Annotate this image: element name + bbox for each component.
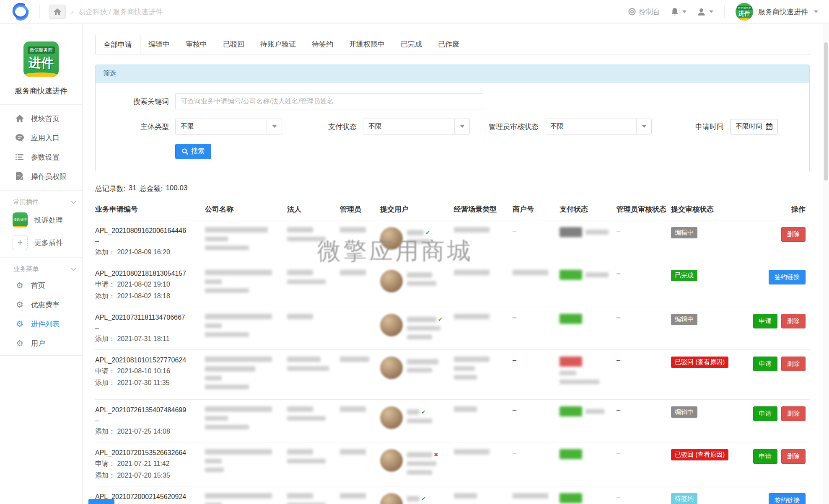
pay-status-pill (560, 314, 582, 324)
pay-status-pill (560, 493, 582, 503)
apply-button[interactable]: 申请 (753, 449, 777, 464)
chevron-down-icon (814, 10, 818, 13)
table-row: APL_20210810101527770624 申请： 2021-08-10 … (95, 350, 810, 400)
tab-to-sign[interactable]: 待签约 (304, 35, 341, 54)
verified-icon: ✔ (421, 409, 426, 415)
pay-status-select[interactable]: 不限 (363, 119, 470, 134)
tab-all[interactable]: 全部申请 (95, 35, 140, 54)
sidebar-item-complaints[interactable]: 投诉处理 投诉处理 (0, 209, 82, 231)
applications-table: 业务申请编号公司名称 法人管理员 提交用户经营场景类型 商户号支付状态 管理员审… (95, 199, 810, 504)
sidebar-item-application-list[interactable]: ⚙ 进件列表 (0, 314, 82, 333)
avatar (380, 406, 403, 429)
sidebar-item-users[interactable]: ⚙ 用户 (0, 333, 82, 353)
divider (724, 5, 725, 18)
status-badge[interactable]: 已驳回 (查看原因) (671, 449, 728, 460)
tab-editing[interactable]: 编辑中 (140, 35, 178, 54)
avatar (380, 493, 403, 504)
tab-completed[interactable]: 已完成 (393, 35, 430, 54)
sidebar-item-params[interactable]: 参数设置 (0, 147, 82, 167)
console-label: 控制台 (639, 7, 660, 17)
console-link[interactable]: 控制台 (628, 7, 660, 17)
status-badge: 编辑中 (671, 406, 697, 418)
status-tabs: 全部申请 编辑中 审核中 已驳回 待账户验证 待签约 开通权限中 已完成 已作废 (95, 35, 810, 54)
avatar (380, 314, 403, 336)
scrollbar-thumb[interactable] (824, 42, 828, 181)
comment-icon (15, 134, 24, 142)
table-row: APL_20210720002145620924 申请： 2021-07-22 … (95, 486, 810, 504)
admin-review-label: 管理员审核状态 (489, 122, 545, 132)
sidebar-item-operator-perms[interactable]: 操作员权限 (0, 167, 82, 186)
search-icon (182, 148, 188, 155)
tab-account-verify[interactable]: 待账户验证 (252, 35, 304, 54)
apply-time-picker[interactable]: 不限时间 (730, 119, 778, 134)
notifications-menu[interactable] (671, 8, 687, 16)
main-content: 微擎应用商城 全部申请 编辑中 审核中 已驳回 待账户验证 待签约 开通权限中 … (83, 24, 829, 504)
sidebar-item-home[interactable]: ⚙ 首页 (0, 276, 82, 295)
calendar-icon (766, 123, 772, 130)
tab-rejected[interactable]: 已驳回 (215, 35, 252, 54)
tab-voided[interactable]: 已作废 (430, 35, 467, 54)
delete-button[interactable]: 删除 (781, 314, 806, 328)
status-badge: 编辑中 (671, 314, 697, 325)
delete-button[interactable]: 删除 (781, 406, 806, 421)
table-row: APL_20210809162006164446 –添加： 2021-08-09… (95, 220, 810, 263)
verified-icon: ✔ (425, 230, 430, 236)
search-button[interactable]: 搜索 (175, 144, 211, 159)
chevron-down-icon (454, 119, 469, 134)
sidebar-item-rates[interactable]: ⚙ 优惠费率 (0, 295, 82, 314)
tab-enabling[interactable]: 开通权限中 (341, 35, 393, 54)
status-badge: 编辑中 (671, 227, 697, 238)
sliders-icon (15, 154, 24, 160)
delete-button[interactable]: 删除 (781, 357, 806, 371)
home-icon (15, 115, 24, 122)
status-badge[interactable]: 已驳回 (查看原因) (671, 357, 728, 368)
scrollbar[interactable] (823, 24, 829, 504)
delete-button[interactable]: 删除 (781, 227, 806, 242)
keyword-input[interactable] (175, 93, 483, 109)
sidebar: 微信服务商 进件 服务商快速进件 模块首页 应用入口 参 (0, 24, 83, 504)
home-button[interactable] (49, 5, 66, 19)
divider (0, 355, 82, 356)
gear-icon: ⚙ (15, 320, 24, 328)
pay-status-pill (560, 357, 582, 367)
module-title: 服务商快速进件 (0, 86, 82, 96)
account-label: 服务商快速进件 (758, 7, 808, 17)
avatar (380, 270, 403, 292)
table-header: 业务申请编号公司名称 法人管理员 提交用户经营场景类型 商户号支付状态 管理员审… (95, 199, 810, 220)
avatar (380, 227, 403, 250)
pagination-button[interactable] (88, 499, 114, 504)
total-amount: 100.03 (166, 184, 187, 194)
sign-link-button[interactable]: 签约链接 (769, 493, 806, 504)
sidebar-item-app-entry[interactable]: 应用入口 (0, 128, 82, 147)
sidebar-section-business[interactable]: 业务菜单 (0, 258, 82, 276)
subject-type-select[interactable]: 不限 (175, 119, 282, 134)
delete-button[interactable]: 删除 (781, 449, 806, 464)
user-menu[interactable] (697, 8, 713, 16)
console-icon (628, 8, 636, 16)
gear-icon: ⚙ (15, 339, 24, 347)
chevron-down-icon (636, 119, 651, 134)
admin-review-select[interactable]: 不限 (545, 119, 652, 134)
status-badge: 待签约 (671, 493, 697, 504)
plus-icon: + (13, 235, 28, 250)
verified-icon: ✔ (438, 316, 443, 323)
account-switcher[interactable]: 微信服务商 进件 服务商快速进件 (736, 3, 818, 21)
bell-icon (671, 8, 679, 16)
apply-button[interactable]: 申请 (753, 406, 777, 421)
chevron-down-icon (71, 266, 76, 271)
pay-status-label: 支付状态 (328, 122, 363, 132)
sidebar-item-more-plugins[interactable]: + 更多插件 (0, 231, 82, 254)
sidebar-item-module-home[interactable]: 模块首页 (0, 109, 82, 128)
status-badge: 已完成 (671, 270, 697, 281)
chevron-down-icon (71, 199, 76, 204)
keyword-label: 搜索关键词 (96, 97, 175, 106)
not-followed-icon: ✖ (434, 452, 438, 458)
table-row: APL_20210802181813054157 申请： 2021-08-02 … (95, 263, 810, 307)
table-row: APL_20210731181134706667 –添加： 2021-07-31… (95, 307, 810, 350)
apply-button[interactable]: 申请 (753, 357, 777, 371)
sign-link-button[interactable]: 签约链接 (769, 270, 806, 284)
app-logo-icon[interactable] (11, 2, 30, 21)
tab-reviewing[interactable]: 审核中 (178, 35, 215, 54)
sidebar-section-plugins[interactable]: 常用插件 (0, 191, 82, 209)
apply-button[interactable]: 申请 (753, 314, 777, 328)
